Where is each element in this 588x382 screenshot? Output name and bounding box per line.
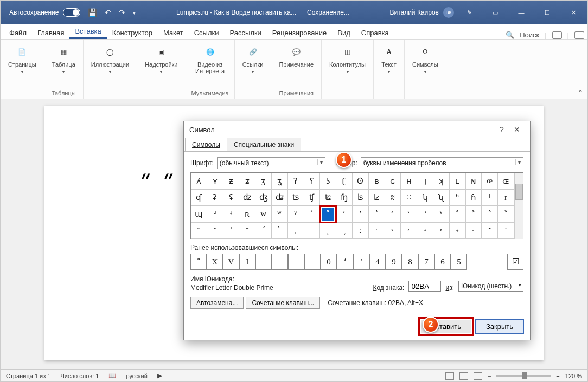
symbol-cell[interactable]: ʻ <box>336 206 353 223</box>
symbol-cell[interactable]: ʪ <box>353 190 369 206</box>
recent-symbol[interactable]: 9 <box>386 254 402 270</box>
symbol-cell[interactable]: ˅ <box>498 206 514 223</box>
shortcut-key-button[interactable]: Сочетание клавиш... <box>246 297 320 309</box>
symbol-cell[interactable]: ˌ <box>288 223 304 239</box>
symbol-cell[interactable]: ʭ <box>401 190 417 206</box>
symbol-cell[interactable]: ʽ <box>369 206 385 223</box>
comments-icon[interactable] <box>574 31 584 39</box>
tab-file[interactable]: Файл <box>4 27 32 39</box>
zoom-level[interactable]: 120 % <box>565 373 582 379</box>
symbol-cell[interactable]: ʺ <box>320 206 336 223</box>
illustrations-button[interactable]: ◯Иллюстрации▾ <box>89 43 131 77</box>
tab-design[interactable]: Конструктор <box>107 27 158 39</box>
undo-icon[interactable]: ↶ <box>105 8 111 17</box>
symbol-cell[interactable]: ʫ <box>369 190 385 206</box>
tab-insert[interactable]: Вставка <box>69 25 106 39</box>
tab-view[interactable]: Вид <box>332 27 356 39</box>
symbol-cell[interactable]: ˑ <box>369 223 385 239</box>
symbol-cell[interactable]: ɦ <box>466 190 482 206</box>
symbol-cell[interactable]: ʀ <box>239 206 255 223</box>
symbol-cell[interactable]: ʤ <box>255 190 272 206</box>
symbol-cell[interactable]: ɶ <box>498 173 514 190</box>
symbol-cell[interactable]: ˓ <box>401 223 417 239</box>
symbol-cell[interactable]: ʞ <box>433 173 450 190</box>
symbol-cell[interactable]: ʯ <box>433 190 450 206</box>
recent-symbol[interactable]: 8 <box>402 254 418 270</box>
symbol-cell[interactable]: ˆ <box>191 223 207 239</box>
symbol-cell[interactable]: ˔ <box>417 223 433 239</box>
status-page[interactable]: Страница 1 из 1 <box>6 373 50 379</box>
symbol-cell[interactable]: ʠ <box>191 190 207 206</box>
symbol-cell[interactable]: ʵ <box>223 206 240 223</box>
symbol-cell[interactable]: ˕ <box>433 223 450 239</box>
symbols-button[interactable]: ΩСимволы▾ <box>410 43 440 77</box>
recent-symbol[interactable]: 7 <box>418 254 434 270</box>
maximize-button[interactable]: ☐ <box>536 1 558 24</box>
autosave-toggle[interactable] <box>63 8 80 17</box>
symbol-cell[interactable]: ʔ <box>288 173 304 190</box>
recent-symbol[interactable]: ‾ <box>272 254 288 270</box>
symbol-cell[interactable]: ʧ <box>304 190 321 206</box>
recent-symbol[interactable]: X <box>207 254 223 270</box>
symbol-cell[interactable]: ɟ <box>417 173 433 190</box>
symbol-cell[interactable]: ʜ <box>401 173 417 190</box>
symbol-cell[interactable]: ʎ <box>191 173 207 190</box>
symbol-cell[interactable]: ˊ <box>255 223 272 239</box>
recent-symbol[interactable]: ˉ <box>304 254 321 270</box>
dialog-close-icon[interactable]: ✕ <box>509 125 525 134</box>
dialog-tab-special[interactable]: Специальные знаки <box>227 138 301 151</box>
symbol-cell[interactable]: ˍ <box>304 223 321 239</box>
recent-symbol[interactable]: I <box>239 254 255 270</box>
symbol-cell[interactable]: ˖ <box>450 223 466 239</box>
save-icon[interactable]: 💾 <box>88 8 97 17</box>
symbol-cell[interactable]: ʥ <box>272 190 288 206</box>
comment-button[interactable]: 💬Примечание <box>277 43 316 70</box>
symbol-cell[interactable]: ʩ <box>336 190 353 206</box>
share-icon[interactable] <box>552 31 562 39</box>
symbol-cell[interactable]: w <box>255 206 272 223</box>
symbol-cell[interactable]: ˇ <box>207 223 223 239</box>
symbol-cell[interactable]: ˙ <box>498 223 514 239</box>
symbol-cell[interactable]: ʏ <box>207 173 223 190</box>
symbol-cell[interactable]: ʑ <box>239 173 255 190</box>
symbol-cell[interactable]: œ <box>482 173 498 190</box>
pages-button[interactable]: 📄Страницы▾ <box>6 43 39 77</box>
symbol-cell[interactable]: ʙ <box>369 173 385 190</box>
collapse-ribbon-icon[interactable]: ⌃ <box>578 89 583 96</box>
symbol-cell[interactable]: ˁ <box>433 206 450 223</box>
tab-layout[interactable]: Макет <box>158 27 189 39</box>
symbol-cell[interactable]: ʸ <box>288 206 304 223</box>
symbol-cell[interactable]: ʢ <box>223 190 240 206</box>
symbol-cell[interactable]: ˀ <box>417 206 433 223</box>
symbol-cell[interactable]: ʨ <box>320 190 336 206</box>
char-code-input[interactable] <box>408 281 441 292</box>
tab-home[interactable]: Главная <box>32 27 69 39</box>
from-select[interactable]: Юникод (шестн.) <box>458 281 523 292</box>
symbol-cell[interactable]: ˂ <box>450 206 466 223</box>
symbol-cell[interactable]: ˉ <box>239 223 255 239</box>
subset-select[interactable]: буквы изменения пробелов <box>361 157 523 169</box>
symbol-cell[interactable]: ʹ <box>304 206 321 223</box>
symbol-cell[interactable]: ʦ <box>288 190 304 206</box>
recent-symbol[interactable]: ˉ <box>255 254 272 270</box>
symbol-cell[interactable]: ˈ <box>223 223 240 239</box>
symbol-cell[interactable]: ʿ <box>401 206 417 223</box>
symbol-cell[interactable]: ʣ <box>239 190 255 206</box>
symbol-cell[interactable]: ʬ <box>385 190 401 206</box>
font-select[interactable]: (обычный текст) <box>217 157 325 169</box>
symbol-cell[interactable]: ˗ <box>466 223 482 239</box>
symbol-cell[interactable]: ʼ <box>353 206 369 223</box>
recent-symbol[interactable]: 4 <box>369 254 386 270</box>
recent-symbol[interactable]: ' <box>353 254 369 270</box>
symbol-cell[interactable]: ˄ <box>482 206 498 223</box>
symbol-cell[interactable]: ʗ <box>336 173 353 190</box>
symbol-cell[interactable]: ˃ <box>466 206 482 223</box>
search-label[interactable]: Поиск <box>520 31 539 39</box>
symbol-cell[interactable]: ƶ <box>223 173 240 190</box>
addins-button[interactable]: ▣Надстройки▾ <box>143 43 180 77</box>
proofing-icon[interactable]: 📖 <box>108 372 116 379</box>
header-footer-button[interactable]: ◫Колонтитулы▾ <box>327 43 368 77</box>
search-icon[interactable]: 🔍 <box>506 31 514 39</box>
status-lang[interactable]: русский <box>126 373 147 379</box>
symbol-cell[interactable]: ɢ <box>385 173 401 190</box>
